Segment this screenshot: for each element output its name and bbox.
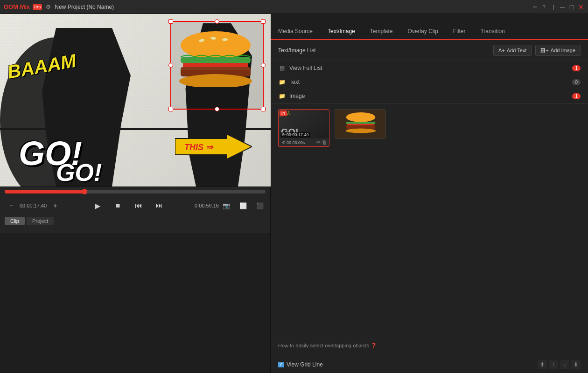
media-thumb: GO! BA! I4 ⏱ 00:00:17.40 [279, 110, 329, 138]
edit-media-btn[interactable]: ✏ [316, 139, 321, 145]
left-panel: BAAAM GO! GO! THIS ⇒ [0, 14, 271, 373]
tab-template[interactable]: Template [363, 23, 400, 40]
text-count: 0 [572, 79, 581, 85]
svg-text:THIS ⇒: THIS ⇒ [184, 143, 214, 152]
main-area: BAAAM GO! GO! THIS ⇒ [0, 14, 588, 373]
grid-line-checkbox[interactable]: ✓ [278, 362, 284, 367]
add-image-label: Add Image [551, 48, 575, 53]
list-items: ▤ View Full List 1 📁 Text 0 📁 Image 1 [271, 61, 588, 104]
selection-handle-right[interactable] [261, 63, 266, 68]
app-logo: GOM Mix [4, 3, 30, 10]
time-decrease-btn[interactable]: − [5, 199, 18, 212]
svg-point-15 [346, 129, 376, 133]
grid-nav-top[interactable]: ⬆ [538, 360, 547, 369]
progress-fill [5, 190, 83, 193]
svg-rect-14 [346, 125, 376, 129]
hint-link[interactable]: ❓ [371, 342, 377, 350]
tab-bar: Media Source Text/Image Template Overlay… [271, 14, 588, 40]
tab-text-image[interactable]: Text/Image [320, 23, 363, 40]
transport-controls: − 00:00:17.40 + ▶ ■ ⏮ ⏭ 0:00:59.16 📷 ⬜ ⬛ [5, 197, 266, 214]
comic-divider [0, 128, 271, 130]
add-image-icon: 🖼+ [540, 48, 548, 53]
media-grid: GO! BA! I4 ⏱ 00:00:17.40 [271, 104, 588, 336]
handle-tr[interactable] [261, 19, 266, 24]
stop-btn[interactable]: ■ [112, 199, 125, 212]
settings-icon[interactable]: ⚙ [46, 4, 51, 10]
current-time: 00:00:17.40 [20, 203, 47, 208]
full-list-label: View Full List [289, 65, 572, 71]
panel-content: Text/Image List A+ Add Text 🖼+ Add Image… [271, 40, 588, 373]
grid-nav-up[interactable]: ↑ [549, 360, 558, 369]
burger-media-item[interactable] [335, 109, 386, 139]
selection-handle-bottom[interactable] [215, 107, 219, 111]
time-increase-btn[interactable]: + [49, 199, 62, 212]
grid-line-row: ✓ View Grid Line ⬆ ↑ ↓ ⬇ [271, 356, 588, 373]
play-btn[interactable]: ▶ [91, 199, 104, 212]
tab-filter[interactable]: Filter [446, 23, 473, 40]
text-label: Text [289, 79, 572, 85]
hint-text: How to easily select overlapping objects… [271, 336, 588, 356]
image-folder-icon: 📁 [278, 92, 286, 100]
grid-nav-down[interactable]: ↓ [560, 360, 569, 369]
progress-handle[interactable] [82, 189, 87, 194]
selection-handle-top[interactable] [215, 19, 219, 24]
clip-tab[interactable]: Clip [5, 217, 25, 225]
burger-image [178, 31, 253, 87]
full-list-icon: ▤ [278, 64, 286, 72]
transport-extra-btns: 📷 ⬜ ⬛ [221, 200, 266, 211]
add-text-icon: A+ [498, 48, 505, 53]
hint-label: How to easily select overlapping objects [278, 343, 369, 348]
project-tab[interactable]: Project [27, 217, 54, 225]
split-btn[interactable]: ⬜ [238, 200, 249, 211]
media-item-selected[interactable]: GO! BA! I4 ⏱ 00:00:17.40 [278, 109, 329, 147]
project-title: New Project (No Name) [55, 4, 532, 10]
text-row[interactable]: 📁 Text 0 [271, 75, 588, 89]
minimize-btn[interactable]: ─ [559, 4, 566, 10]
tab-media-source[interactable]: Media Source [271, 23, 320, 40]
svg-rect-13 [347, 124, 374, 125]
selection-handle-left[interactable] [168, 63, 173, 68]
add-image-btn[interactable]: 🖼+ Add Image [535, 45, 581, 56]
list-title: Text/Image List [278, 47, 316, 54]
svg-rect-7 [183, 63, 248, 68]
preview-content: BAAAM GO! GO! THIS ⇒ [0, 14, 271, 186]
pro-badge: Pro [33, 4, 42, 10]
svg-rect-9 [181, 67, 251, 70]
handle-bl[interactable] [168, 107, 173, 111]
add-text-btn[interactable]: A+ Add Text [493, 45, 532, 56]
view-full-list-row[interactable]: ▤ View Full List 1 [271, 61, 588, 75]
camera-btn[interactable]: 📷 [221, 200, 232, 211]
preview-area: BAAAM GO! GO! THIS ⇒ [0, 14, 271, 186]
tab-transition[interactable]: Transition [473, 23, 512, 40]
delete-media-btn[interactable]: 🗑 [322, 139, 327, 145]
image-label: Image [289, 93, 572, 99]
trim-btn[interactable]: ⬛ [254, 200, 266, 211]
svg-rect-6 [181, 57, 251, 63]
handle-br[interactable] [261, 107, 266, 111]
list-header: Text/Image List A+ Add Text 🖼+ Add Image [271, 40, 588, 61]
burger-selection-box[interactable] [170, 21, 264, 110]
media-item-id-badge: I4 [280, 111, 287, 116]
progress-bar[interactable] [5, 190, 266, 193]
handle-tl[interactable] [168, 19, 173, 24]
burger-thumb [335, 110, 386, 138]
media-duration: ⏱ 00:03.00s [280, 140, 307, 145]
image-count: 1 [572, 93, 581, 99]
add-buttons: A+ Add Text 🖼+ Add Image [493, 45, 581, 56]
add-text-label: Add Text [507, 48, 527, 53]
image-row[interactable]: 📁 Image 1 [271, 89, 588, 103]
close-btn[interactable]: ✕ [578, 4, 584, 10]
media-item-time: ⏱ 00:00:17.40 [280, 132, 310, 138]
next-frame-btn[interactable]: ⏭ [153, 199, 166, 212]
tab-overlay-clip[interactable]: Overlay Clip [400, 23, 445, 40]
grid-nav: ⬆ ↑ ↓ ⬇ [538, 360, 581, 369]
text-folder-icon: 📁 [278, 78, 286, 86]
transport-panel: − 00:00:17.40 + ▶ ■ ⏮ ⏭ 0:00:59.16 📷 ⬜ ⬛ [0, 186, 270, 233]
full-list-count: 1 [572, 65, 581, 71]
maximize-btn[interactable]: □ [568, 4, 575, 10]
media-item-wrapper: GO! BA! I4 ⏱ 00:00:17.40 [278, 109, 329, 147]
grid-nav-bottom[interactable]: ⬇ [571, 360, 581, 369]
prev-frame-btn[interactable]: ⏮ [132, 199, 145, 212]
grid-line-label: View Grid Line [287, 361, 323, 368]
comic-bg: BAAAM GO! GO! THIS ⇒ [0, 14, 271, 186]
